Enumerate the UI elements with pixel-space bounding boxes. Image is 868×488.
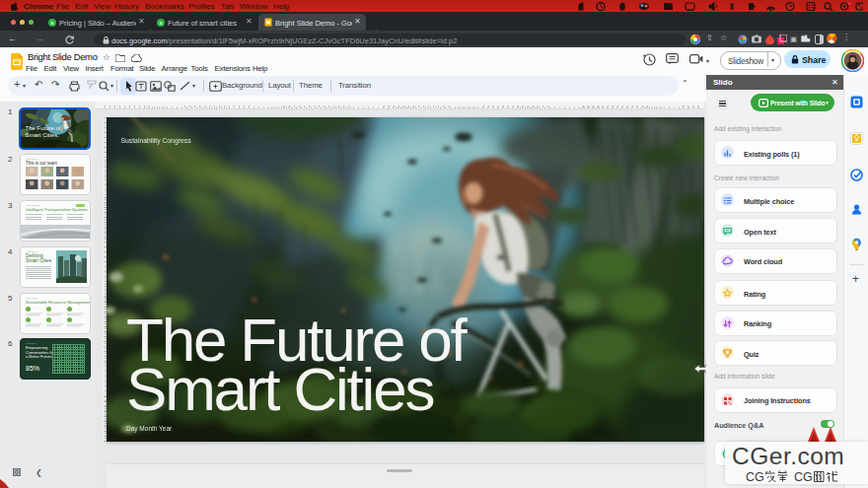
svg-text:CG: CG <box>746 470 764 483</box>
svg-text:CG: CG <box>794 470 813 483</box>
